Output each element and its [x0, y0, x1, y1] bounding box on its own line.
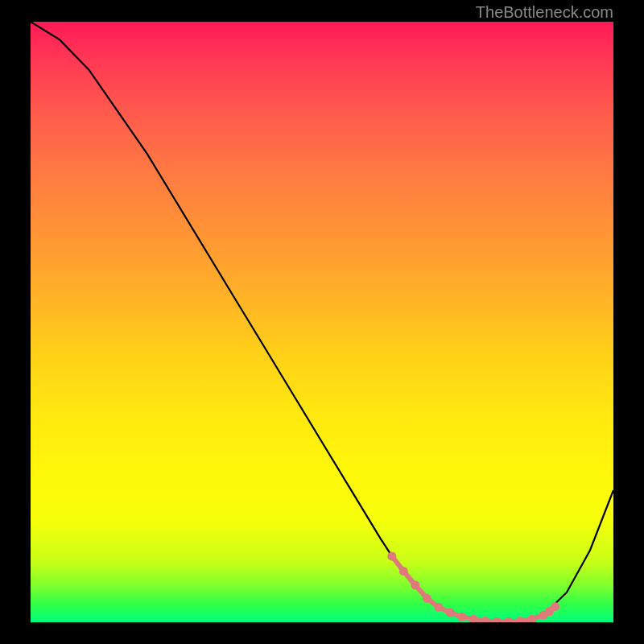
watermark-text: TheBottleneck.com — [476, 3, 613, 22]
gradient-background — [31, 22, 613, 622]
chart-container: TheBottleneck.com — [0, 0, 644, 644]
